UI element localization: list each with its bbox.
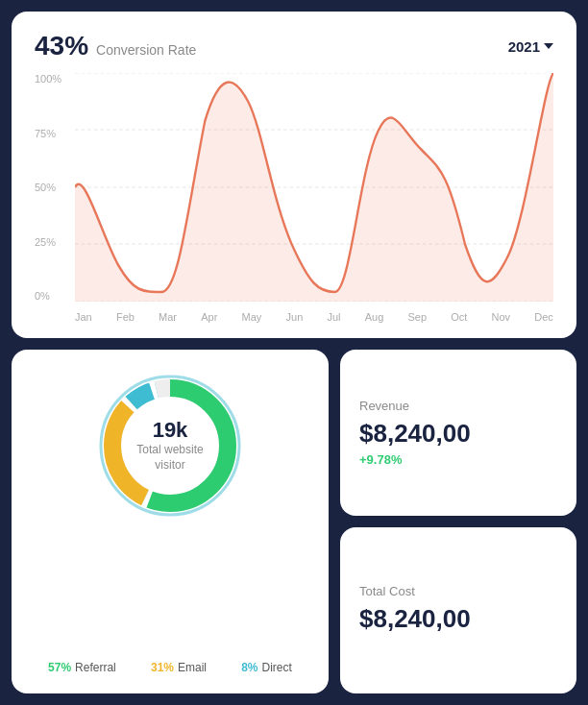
x-label-sep: Sep [407,311,427,323]
x-label-dec: Dec [534,311,553,323]
line-chart-svg [75,73,553,302]
x-label-mar: Mar [159,311,177,323]
chart-svg-container [75,73,553,302]
x-label-may: May [242,311,262,323]
legend-referral: 57% Referral [48,661,116,674]
x-label-oct: Oct [451,311,467,323]
total-cost-value: $8,240,00 [359,604,557,634]
bottom-row: 19k Total websitevisitor 57% Referral 31… [12,350,576,693]
y-axis: 100% 75% 50% 25% 0% [35,73,61,323]
x-label-jul: Jul [327,311,340,323]
year-value: 2021 [508,38,540,55]
email-pct: 31% [151,661,174,674]
revenue-change: +9.78% [359,452,557,467]
referral-pct: 57% [48,661,71,674]
y-label-75: 75% [35,128,61,139]
x-label-apr: Apr [201,311,217,323]
card-header: 43% Conversion Rate 2021 [35,31,553,61]
x-label-aug: Aug [365,311,384,323]
chart-area: 100% 75% 50% 25% 0% Jan Feb Ma [35,73,553,323]
direct-pct: 8% [241,661,257,674]
donut-legend: 57% Referral 31% Email 8% Direct [31,661,309,674]
email-label: Email [178,661,207,674]
donut-chart: 19k Total websitevisitor [93,369,247,523]
referral-label: Referral [75,661,116,674]
donut-description: Total websitevisitor [136,443,203,473]
x-label-feb: Feb [116,311,135,323]
chevron-down-icon [544,43,553,49]
year-selector[interactable]: 2021 [508,38,553,55]
x-label-nov: Nov [492,311,511,323]
donut-center: 19k Total websitevisitor [136,418,203,473]
y-label-0: 0% [35,290,61,302]
x-label-jun: Jun [286,311,304,323]
conversion-card: 43% Conversion Rate 2021 100% 75% 50% 25… [12,12,576,338]
y-label-50: 50% [35,182,61,193]
legend-email: 31% Email [151,661,207,674]
conversion-percentage: 43% [35,31,88,61]
revenue-label: Revenue [359,399,557,413]
donut-value: 19k [136,418,203,443]
y-label-25: 25% [35,236,61,248]
legend-direct: 8% Direct [241,661,292,674]
conversion-text: Conversion Rate [96,42,196,58]
total-cost-label: Total Cost [359,584,557,598]
right-column: Revenue $8,240,00 +9.78% Total Cost $8,2… [340,350,576,693]
y-label-100: 100% [35,73,61,85]
revenue-card: Revenue $8,240,00 +9.78% [340,350,576,516]
x-label-jan: Jan [75,311,92,323]
x-axis: Jan Feb Mar Apr May Jun Jul Aug Sep Oct … [75,311,553,323]
conversion-label: 43% Conversion Rate [35,31,196,61]
direct-label: Direct [262,661,292,674]
revenue-value: $8,240,00 [359,419,557,449]
total-cost-card: Total Cost $8,240,00 [340,527,576,693]
donut-card: 19k Total websitevisitor 57% Referral 31… [12,350,329,693]
